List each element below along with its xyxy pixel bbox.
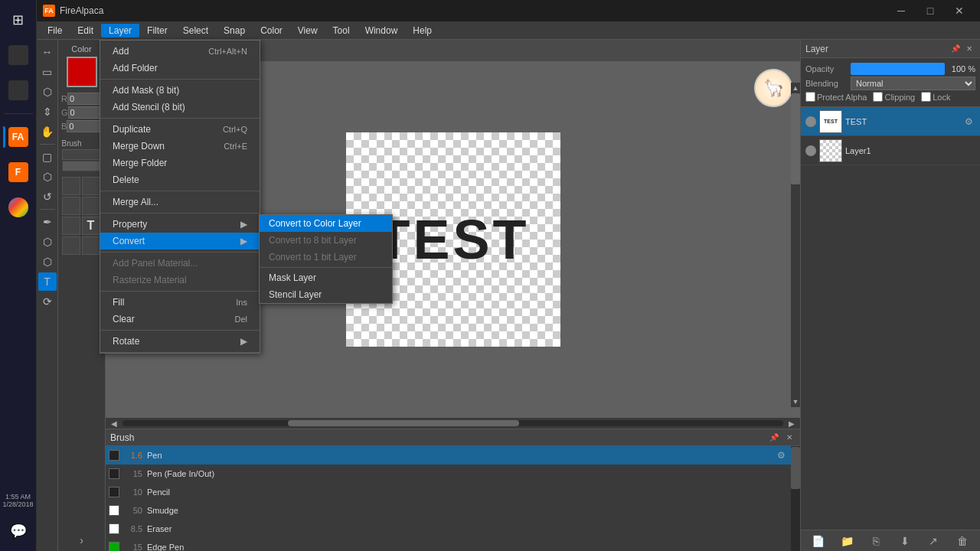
close-button[interactable]: ✕ xyxy=(945,0,974,21)
scroll-up[interactable]: ▲ xyxy=(791,83,800,93)
tool-select-lasso[interactable]: ⬡ xyxy=(38,83,57,101)
menu-tool[interactable]: Tool xyxy=(325,24,358,37)
taskbar-taskview[interactable] xyxy=(3,75,34,106)
tool-expand[interactable]: ⇕ xyxy=(38,103,57,121)
tool-move[interactable]: ↔ xyxy=(38,43,57,61)
tool-b[interactable]: ⬡ xyxy=(38,168,57,186)
tool-text-btn[interactable]: T xyxy=(82,217,100,235)
menu-add[interactable]: Add Ctrl+Alt+N xyxy=(100,43,260,60)
menu-property[interactable]: Property ▶ xyxy=(100,216,260,233)
layer-merge-btn[interactable]: ⬇ xyxy=(897,533,913,549)
submenu-stencil-layer[interactable]: Stencil Layer xyxy=(260,286,392,303)
layer-export-btn[interactable]: ↗ xyxy=(925,533,942,549)
menu-duplicate[interactable]: Duplicate Ctrl+Q xyxy=(100,121,260,138)
layer-visibility-layer1[interactable] xyxy=(805,145,816,156)
taskbar-search[interactable] xyxy=(3,40,34,70)
tool-opt-a[interactable] xyxy=(62,177,80,195)
tool-rotate[interactable]: ↺ xyxy=(38,187,57,206)
brush-item-eraser[interactable]: 8.5 Eraser xyxy=(106,520,791,538)
brush-item-pen[interactable]: 1.6 Pen ⚙ xyxy=(106,446,791,465)
tool-opt-h[interactable] xyxy=(82,236,100,255)
tool-opt-d[interactable] xyxy=(82,197,100,215)
menu-snap[interactable]: Snap xyxy=(216,24,253,37)
brush-item-pen-fade[interactable]: 15 Pen (Fade In/Out) xyxy=(106,465,791,483)
menu-clear[interactable]: Clear Del xyxy=(100,311,260,328)
brush-item-pencil[interactable]: 10 Pencil xyxy=(106,483,791,501)
taskbar-firesomething[interactable]: F xyxy=(3,157,34,187)
panel-collapse-arrow[interactable]: › xyxy=(80,534,83,546)
layer-copy-btn[interactable]: ⎘ xyxy=(867,533,884,549)
blending-select[interactable]: Normal Multiply Screen xyxy=(851,77,975,90)
menu-edit[interactable]: Edit xyxy=(70,24,101,37)
taskbar-chat[interactable]: 💬 xyxy=(3,516,34,546)
layer-delete-btn[interactable]: 🗑 xyxy=(954,533,971,549)
tool-smudge[interactable]: ⟳ xyxy=(38,292,57,311)
layer-folder-btn[interactable]: 📁 xyxy=(838,533,855,549)
tool-a[interactable]: ▢ xyxy=(38,148,57,166)
scroll-right[interactable]: ▶ xyxy=(786,418,797,429)
submenu-convert-color[interactable]: Convert to Color Layer xyxy=(260,215,392,232)
opacity-row: Opacity 100 % xyxy=(805,63,975,75)
menu-rotate[interactable]: Rotate ▶ xyxy=(100,333,260,350)
protect-alpha-check[interactable]: Protect Alpha xyxy=(805,92,867,102)
menu-color[interactable]: Color xyxy=(253,24,290,37)
menu-add-mask[interactable]: Add Mask (8 bit) xyxy=(100,82,260,99)
layer-panel-controls: 📌 ✕ xyxy=(949,43,975,55)
tool-pen[interactable]: ✒ xyxy=(38,213,57,231)
brush-list-scrollbar[interactable] xyxy=(791,446,800,551)
tool-eraser[interactable]: ⬡ xyxy=(38,233,57,251)
firealp-logo[interactable]: 🦙 xyxy=(754,69,792,107)
layer-item-layer1[interactable]: Layer1 xyxy=(801,136,980,165)
lock-check[interactable]: Lock xyxy=(921,92,950,102)
menu-add-folder[interactable]: Add Folder xyxy=(100,60,260,77)
brush-gear[interactable]: ⚙ xyxy=(774,448,788,462)
menu-fill[interactable]: Fill Ins xyxy=(100,294,260,311)
layer-options: Opacity 100 % Blending Normal Multiply S… xyxy=(801,58,980,107)
menu-merge-all[interactable]: Merge All... xyxy=(100,194,260,210)
minimize-button[interactable]: ─ xyxy=(887,0,916,21)
menu-layer[interactable]: Layer xyxy=(101,24,139,37)
vertical-scrollbar[interactable]: ▲ ▼ xyxy=(791,83,800,407)
scroll-left[interactable]: ◀ xyxy=(109,418,119,429)
menu-merge-down[interactable]: Merge Down Ctrl+E xyxy=(100,138,260,155)
menu-help[interactable]: Help xyxy=(405,24,439,37)
menu-delete[interactable]: Delete xyxy=(100,171,260,188)
foreground-color[interactable] xyxy=(67,57,97,87)
brush-panel-close[interactable]: ✕ xyxy=(783,432,795,444)
layer-panel-close[interactable]: ✕ xyxy=(963,43,975,55)
blending-label: Blending xyxy=(805,79,848,88)
menu-merge-folder[interactable]: Merge Folder xyxy=(100,155,260,171)
menu-file[interactable]: File xyxy=(40,24,70,37)
clipping-check[interactable]: Clipping xyxy=(873,92,915,102)
layer-visibility-test[interactable] xyxy=(805,116,816,127)
tool-opt-g[interactable] xyxy=(62,236,80,255)
scroll-down[interactable]: ▼ xyxy=(791,396,800,407)
opacity-slider[interactable] xyxy=(851,63,945,75)
brush-panel-pin[interactable]: 📌 xyxy=(768,432,780,444)
layer-add-btn[interactable]: 📄 xyxy=(810,533,827,549)
taskbar-chrome[interactable] xyxy=(3,192,34,223)
taskbar-firealpaca[interactable]: FA xyxy=(3,122,34,152)
brush-item-edge-pen[interactable]: 15 Edge Pen xyxy=(106,538,791,551)
menu-view[interactable]: View xyxy=(290,24,325,37)
menu-filter[interactable]: Filter xyxy=(139,24,175,37)
submenu-mask-layer[interactable]: Mask Layer xyxy=(260,269,392,286)
layer-panel-pin[interactable]: 📌 xyxy=(949,43,962,55)
tool-select-rect[interactable]: ▭ xyxy=(38,63,57,81)
layer-item-test[interactable]: TEST TEST ⚙ xyxy=(801,107,980,136)
tool-hand[interactable]: ✋ xyxy=(38,122,57,141)
tool-text[interactable]: T xyxy=(38,272,57,291)
brush-size: 15 xyxy=(124,543,142,551)
tool-opt-b[interactable] xyxy=(82,177,100,195)
brush-item-smudge[interactable]: 50 Smudge xyxy=(106,501,791,520)
tool-fill[interactable]: ⬡ xyxy=(38,253,57,271)
menu-convert[interactable]: Convert ▶ xyxy=(100,233,260,249)
menu-select[interactable]: Select xyxy=(175,24,216,37)
tool-opt-e[interactable] xyxy=(62,217,80,235)
menu-add-stencil[interactable]: Add Stencil (8 bit) xyxy=(100,99,260,116)
layer-gear-test[interactable]: ⚙ xyxy=(962,115,975,129)
restore-button[interactable]: □ xyxy=(916,0,945,21)
tool-opt-c[interactable] xyxy=(62,197,80,215)
start-button[interactable]: ⊞ xyxy=(3,5,34,35)
menu-window[interactable]: Window xyxy=(358,24,406,37)
